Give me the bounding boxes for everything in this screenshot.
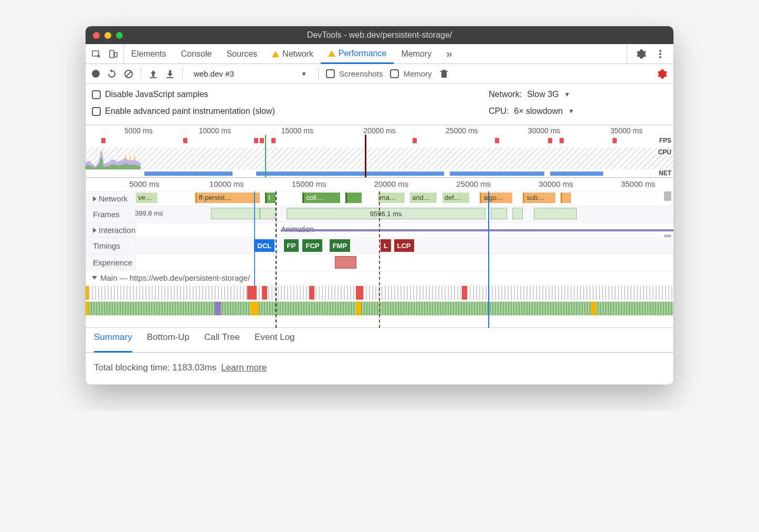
lane-network[interactable]: Network ve…ff-persist…lcoll…ma…and…def…a…	[86, 191, 673, 206]
timing-marker-fcp[interactable]: FCP	[302, 239, 322, 252]
titlebar[interactable]: DevTools - web.dev/persistent-storage/	[86, 26, 673, 44]
advanced-paint-checkbox[interactable]: Enable advanced paint instrumentation (s…	[92, 107, 275, 116]
record-button[interactable]	[92, 70, 100, 78]
warning-icon	[328, 50, 335, 57]
cpu-throttle-label: CPU:	[489, 107, 509, 116]
memory-checkbox[interactable]: Memory	[390, 69, 431, 78]
network-request-block[interactable]: def…	[442, 193, 469, 203]
device-mode-icon[interactable]	[109, 49, 118, 59]
expand-icon[interactable]	[93, 228, 97, 233]
frame-block[interactable]	[491, 208, 507, 219]
reload-record-icon[interactable]	[107, 69, 117, 79]
tab-console[interactable]: Console	[174, 44, 219, 63]
clear-icon[interactable]	[124, 69, 133, 79]
tabs-overflow[interactable]: »	[439, 44, 459, 63]
net-label: NET	[659, 169, 671, 177]
trash-icon[interactable]	[439, 69, 449, 79]
network-request-block[interactable]: coll…	[302, 193, 340, 203]
svg-rect-10	[441, 72, 447, 78]
experience-cls-block[interactable]	[335, 256, 356, 269]
detail-tab-bottom-up[interactable]: Bottom-Up	[147, 332, 189, 348]
frame-duration-short: 399.8 ms	[135, 209, 163, 217]
lane-main-header[interactable]: Main — https://web.dev/persistent-storag…	[86, 271, 673, 285]
timing-marker-l[interactable]: L	[381, 239, 391, 252]
close-window[interactable]	[93, 32, 100, 39]
capture-settings-panel: Disable JavaScript samples Network: Slow…	[86, 84, 673, 125]
expand-icon[interactable]	[93, 196, 97, 201]
timeline-tick: 30000 ms	[539, 179, 573, 188]
learn-more-link[interactable]: Learn more	[221, 363, 267, 373]
more-menu-icon[interactable]	[656, 49, 665, 59]
tab-performance[interactable]: Performance	[321, 45, 394, 64]
lane-experience[interactable]: Experience	[86, 254, 673, 271]
timeline-tick: 20000 ms	[363, 126, 395, 135]
lane-interactions[interactable]: Interactions Animation	[86, 223, 673, 238]
screenshots-checkbox[interactable]: Screenshots	[326, 69, 383, 78]
settings-gear-icon[interactable]	[637, 49, 646, 59]
detail-tab-summary[interactable]: Summary	[94, 332, 132, 353]
network-request-block[interactable]: ff-persist…	[195, 193, 260, 203]
frame-block[interactable]	[512, 208, 523, 219]
svg-rect-1	[110, 50, 114, 58]
frame-block[interactable]	[534, 208, 577, 219]
tab-elements[interactable]: Elements	[124, 44, 174, 63]
network-request-block[interactable]: l	[265, 193, 276, 203]
save-profile-icon[interactable]	[165, 69, 175, 79]
network-request-block[interactable]: algo…	[480, 193, 512, 203]
timeline-tick: 20000 ms	[374, 179, 408, 188]
timeline-tick: 25000 ms	[446, 126, 478, 135]
timeline-tick: 5000 ms	[129, 179, 160, 188]
lane-frames[interactable]: Frames 399.8 ms 9596.1 ms	[86, 206, 673, 223]
svg-point-5	[659, 56, 661, 58]
zoom-window[interactable]	[116, 32, 123, 39]
detail-tab-call-tree[interactable]: Call Tree	[204, 332, 240, 348]
timeline-tick: 30000 ms	[528, 126, 560, 135]
svg-rect-9	[167, 77, 173, 78]
timing-marker-dcl[interactable]: DCL	[254, 239, 275, 252]
overview-timeline[interactable]: 5000 ms10000 ms15000 ms20000 ms25000 ms3…	[86, 125, 673, 178]
network-request-block[interactable]	[345, 193, 362, 203]
minimize-window[interactable]	[104, 32, 111, 39]
detail-ruler[interactable]: 5000 ms10000 ms15000 ms20000 ms25000 ms3…	[86, 178, 673, 191]
load-profile-icon[interactable]	[149, 69, 158, 79]
disable-js-checkbox[interactable]: Disable JavaScript samples	[92, 90, 208, 99]
tab-network[interactable]: Network	[265, 44, 321, 63]
network-request-block[interactable]	[561, 193, 571, 203]
lanes: Network ve…ff-persist…lcoll…ma…and…def…a…	[86, 191, 673, 328]
detail-tab-event-log[interactable]: Event Log	[255, 332, 295, 348]
detail-tabs: Summary Bottom-Up Call Tree Event Log	[86, 328, 673, 353]
frame-block[interactable]	[211, 208, 259, 219]
network-throttle-select[interactable]: Slow 3G ▼	[527, 90, 570, 99]
timeline-tick: 5000 ms	[124, 126, 153, 135]
timing-marker-fp[interactable]: FP	[284, 239, 299, 252]
network-request-block[interactable]: ma…	[378, 193, 405, 203]
collapse-icon[interactable]	[92, 276, 97, 280]
timeline-tick: 15000 ms	[292, 179, 326, 188]
inspect-element-icon[interactable]	[92, 49, 101, 59]
network-request-block[interactable]: and…	[410, 193, 437, 203]
svg-point-4	[659, 53, 661, 55]
svg-rect-11	[440, 71, 448, 72]
tab-memory[interactable]: Memory	[394, 44, 439, 63]
cpu-label: CPU	[658, 148, 671, 156]
frame-block[interactable]	[260, 208, 276, 219]
detail-summary-body: Total blocking time: 1183.03ms Learn mor…	[86, 353, 673, 385]
capture-settings-icon[interactable]	[658, 69, 667, 79]
scrollbar-thumb[interactable]	[664, 191, 671, 201]
lane-timings[interactable]: Timings DCLFPFCPFMPLLCP	[86, 238, 673, 254]
recording-select[interactable]: web.dev #3 ▼	[190, 68, 311, 80]
warning-icon	[272, 51, 279, 57]
cpu-throttle-select[interactable]: 6× slowdown ▼	[514, 107, 574, 116]
tab-sources[interactable]: Sources	[219, 44, 265, 63]
chevron-down-icon: ▼	[301, 70, 307, 78]
timing-marker-lcp[interactable]: LCP	[394, 239, 414, 252]
timeline-tick: 10000 ms	[199, 126, 231, 135]
chevron-down-icon: ▼	[564, 91, 571, 98]
network-request-block[interactable]: ve…	[136, 193, 157, 203]
flame-chart[interactable]	[86, 285, 673, 328]
network-request-block[interactable]: sub…	[523, 193, 555, 203]
timeline-tick: 35000 ms	[621, 179, 656, 188]
chevron-down-icon: ▼	[568, 108, 574, 115]
frame-block-long[interactable]: 9596.1 ms	[287, 208, 486, 219]
timing-marker-fmp[interactable]: FMP	[330, 239, 350, 252]
